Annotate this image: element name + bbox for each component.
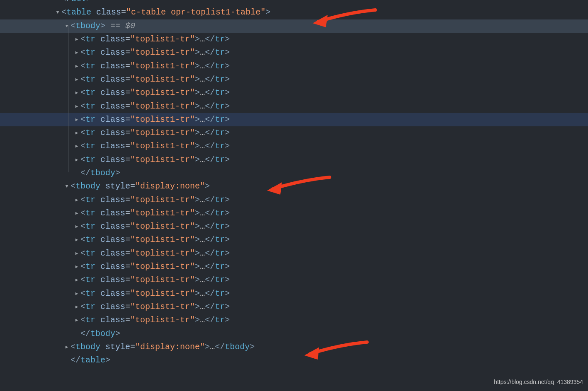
angle-bracket: </	[80, 329, 90, 338]
tag-name: tr	[215, 262, 225, 271]
angle-bracket: >	[225, 61, 230, 71]
attr-name: class	[100, 262, 125, 271]
expand-toggle-icon[interactable]	[73, 86, 80, 99]
equals-sign: =	[125, 262, 130, 271]
angle-bracket: </	[205, 155, 215, 164]
line-content: <tr class="toplist1-tr">…</tr>	[80, 100, 230, 113]
dom-tree-line[interactable]: <tr class="toplist1-tr">…</tr>	[0, 153, 588, 167]
tag-name: tr	[85, 262, 95, 271]
expand-toggle-icon[interactable]	[73, 113, 80, 126]
line-content: <tr class="toplist1-tr">…</tr>	[80, 233, 230, 246]
dom-tree-line[interactable]: <tr class="toplist1-tr">…</tr>	[0, 113, 588, 126]
dom-tree-line[interactable]: </tbody>	[0, 167, 588, 180]
expand-toggle-icon[interactable]	[73, 287, 80, 300]
dom-tree-line[interactable]: <tbody> == $0	[0, 19, 588, 33]
line-content: <tr class="toplist1-tr">…</tr>	[80, 300, 230, 314]
equals-sign: =	[125, 289, 130, 298]
dom-tree-line[interactable]: <tr class="toplist1-tr">…</tr>	[0, 193, 588, 206]
expand-toggle-icon[interactable]	[73, 300, 80, 314]
equals-sign: =	[125, 249, 130, 258]
tag-name: tr	[215, 302, 225, 311]
dom-tree-line[interactable]: <tr class="toplist1-tr">…</tr>	[0, 59, 588, 72]
expand-toggle-icon[interactable]	[63, 19, 70, 33]
tag-name: tr	[85, 235, 95, 244]
expand-toggle-icon[interactable]	[73, 193, 80, 207]
dom-tree-line[interactable]: <tr class="toplist1-tr">…</tr>	[0, 314, 588, 327]
tag-name: tr	[85, 34, 95, 44]
expand-toggle-icon[interactable]	[73, 247, 80, 260]
dom-tree-line[interactable]: </table>	[0, 354, 588, 367]
dom-tree-line[interactable]: <tr class="toplist1-tr">…</tr>	[0, 86, 588, 99]
equals-sign: =	[130, 181, 135, 191]
angle-bracket: <	[80, 115, 85, 124]
dom-tree-line[interactable]: </tbody>	[0, 327, 588, 340]
expand-toggle-icon[interactable]	[73, 153, 80, 167]
expand-toggle-icon[interactable]	[73, 233, 80, 246]
dom-tree-line[interactable]: <tr class="toplist1-tr">…</tr>	[0, 207, 588, 220]
ellipsis: …	[200, 315, 205, 325]
expand-toggle-icon[interactable]	[73, 314, 80, 327]
angle-bracket: </	[205, 75, 215, 84]
tag-name: tr	[215, 101, 225, 111]
tag-name: tr	[85, 289, 95, 298]
angle-bracket: >	[225, 101, 230, 111]
expand-toggle-icon[interactable]	[73, 46, 80, 59]
dom-tree-line[interactable]: <tr class="toplist1-tr">…</tr>	[0, 287, 588, 300]
attr-name: class	[100, 195, 125, 205]
dom-tree-line[interactable]: </div>	[0, 0, 588, 6]
expand-toggle-icon[interactable]	[63, 340, 70, 354]
expand-toggle-icon[interactable]	[73, 73, 80, 86]
tag-name: tr	[215, 61, 225, 71]
attr-value: "toplist1-tr"	[130, 275, 195, 285]
dom-tree-line[interactable]: <tr class="toplist1-tr">…</tr>	[0, 300, 588, 314]
dom-tree-line[interactable]: <tbody style="display:none">	[0, 180, 588, 193]
tag-name: tr	[215, 34, 225, 44]
equals-sign: =	[125, 222, 130, 231]
dom-tree-line[interactable]: <tr class="toplist1-tr">…</tr>	[0, 46, 588, 59]
ellipsis: …	[200, 141, 205, 151]
angle-bracket: <	[80, 315, 85, 325]
dom-tree-line[interactable]: <table class="c-table opr-toplist1-table…	[0, 6, 588, 19]
dom-tree-line[interactable]: <tr class="toplist1-tr">…</tr>	[0, 140, 588, 153]
dom-tree-line[interactable]: <tr class="toplist1-tr">…</tr>	[0, 233, 588, 246]
attr-value: "toplist1-tr"	[130, 235, 195, 244]
attr-value: "toplist1-tr"	[130, 115, 195, 124]
angle-bracket: >	[86, 0, 91, 4]
angle-bracket: </	[205, 101, 215, 111]
dom-tree-line[interactable]: <tr class="toplist1-tr">…</tr>	[0, 247, 588, 260]
expand-toggle-icon[interactable]	[73, 273, 80, 287]
angle-bracket: <	[80, 275, 85, 285]
dom-tree-line[interactable]: <tr class="toplist1-tr">…</tr>	[0, 260, 588, 273]
expand-toggle-icon[interactable]	[54, 6, 61, 19]
angle-bracket: >	[225, 249, 230, 258]
tag-name: tr	[85, 141, 95, 151]
expand-toggle-icon[interactable]	[73, 60, 80, 73]
dom-tree-line[interactable]: <tr class="toplist1-tr">…</tr>	[0, 73, 588, 86]
dom-tree-line[interactable]: <tr class="toplist1-tr">…</tr>	[0, 33, 588, 46]
line-content: <tr class="toplist1-tr">…</tr>	[80, 260, 230, 273]
expand-toggle-icon[interactable]	[63, 180, 70, 193]
attr-value: "toplist1-tr"	[130, 101, 195, 111]
expand-toggle-icon[interactable]	[73, 33, 80, 46]
expand-toggle-icon[interactable]	[73, 100, 80, 113]
expand-toggle-icon[interactable]	[73, 126, 80, 140]
attr-value: "toplist1-tr"	[130, 141, 195, 151]
ellipsis: …	[200, 128, 205, 138]
angle-bracket: >	[195, 48, 200, 57]
attr-value: "c-table opr-toplist1-table"	[126, 7, 265, 17]
angle-bracket: <	[80, 128, 85, 138]
expand-toggle-icon[interactable]	[73, 220, 80, 233]
expand-toggle-icon[interactable]	[73, 260, 80, 273]
expand-toggle-icon[interactable]	[73, 140, 80, 153]
dom-tree-line[interactable]: <tbody style="display:none">…</tbody>	[0, 340, 588, 354]
expand-toggle-icon[interactable]	[73, 207, 80, 220]
line-content: <tbody style="display:none">	[70, 180, 210, 193]
angle-bracket: >	[225, 302, 230, 311]
dom-tree-line[interactable]: <tr class="toplist1-tr">…</tr>	[0, 99, 588, 113]
line-content: <tr class="toplist1-tr">…</tr>	[80, 207, 230, 220]
dom-tree-line[interactable]: <tr class="toplist1-tr">…</tr>	[0, 273, 588, 287]
angle-bracket: </	[205, 115, 215, 124]
line-content: <tr class="toplist1-tr">…</tr>	[80, 86, 230, 99]
dom-tree-line[interactable]: <tr class="toplist1-tr">…</tr>	[0, 126, 588, 140]
dom-tree-line[interactable]: <tr class="toplist1-tr">…</tr>	[0, 220, 588, 233]
